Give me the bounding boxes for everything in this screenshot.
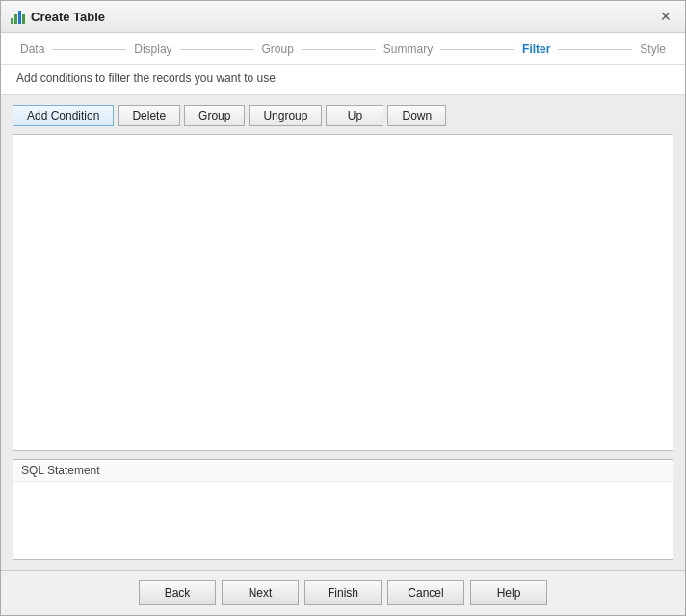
title-bar-left: Create Table — [11, 9, 105, 24]
sql-body — [13, 482, 673, 559]
cancel-button[interactable]: Cancel — [387, 580, 464, 605]
conditions-toolbar: Add Condition Delete Group Ungroup Up Do… — [13, 105, 673, 126]
divider-2 — [180, 49, 254, 50]
sql-header: SQL Statement — [13, 460, 673, 482]
finish-button[interactable]: Finish — [304, 580, 382, 605]
ungroup-button[interactable]: Ungroup — [249, 105, 322, 126]
divider-3 — [302, 49, 376, 50]
step-group: Group — [258, 42, 298, 56]
window-title: Create Table — [31, 10, 105, 24]
group-button[interactable]: Group — [184, 105, 245, 126]
delete-button[interactable]: Delete — [118, 105, 180, 126]
divider-5 — [558, 49, 632, 50]
add-condition-button[interactable]: Add Condition — [13, 105, 114, 126]
steps-row: Data Display Group Summary Filter Style — [16, 42, 670, 56]
description-text: Add conditions to filter the records you… — [16, 71, 278, 85]
step-display: Display — [130, 42, 175, 56]
conditions-area — [13, 134, 673, 451]
step-filter: Filter — [518, 42, 554, 56]
app-icon — [11, 9, 25, 24]
main-window: Create Table ✕ Data Display Group Summar… — [0, 0, 686, 616]
sql-section: SQL Statement — [13, 459, 673, 560]
close-button[interactable]: ✕ — [656, 7, 675, 26]
step-data: Data — [16, 42, 48, 56]
divider-1 — [52, 49, 126, 50]
help-button[interactable]: Help — [470, 580, 547, 605]
step-summary: Summary — [380, 42, 436, 56]
main-content: Add Condition Delete Group Ungroup Up Do… — [1, 95, 685, 570]
down-button[interactable]: Down — [387, 105, 446, 126]
step-style: Style — [636, 42, 670, 56]
wizard-steps: Data Display Group Summary Filter Style — [1, 33, 685, 65]
back-button[interactable]: Back — [139, 580, 216, 605]
up-button[interactable]: Up — [326, 105, 383, 126]
title-bar: Create Table ✕ — [1, 1, 685, 33]
divider-4 — [440, 49, 514, 50]
footer: Back Next Finish Cancel Help — [1, 570, 685, 615]
description-bar: Add conditions to filter the records you… — [1, 65, 685, 95]
next-button[interactable]: Next — [222, 580, 299, 605]
